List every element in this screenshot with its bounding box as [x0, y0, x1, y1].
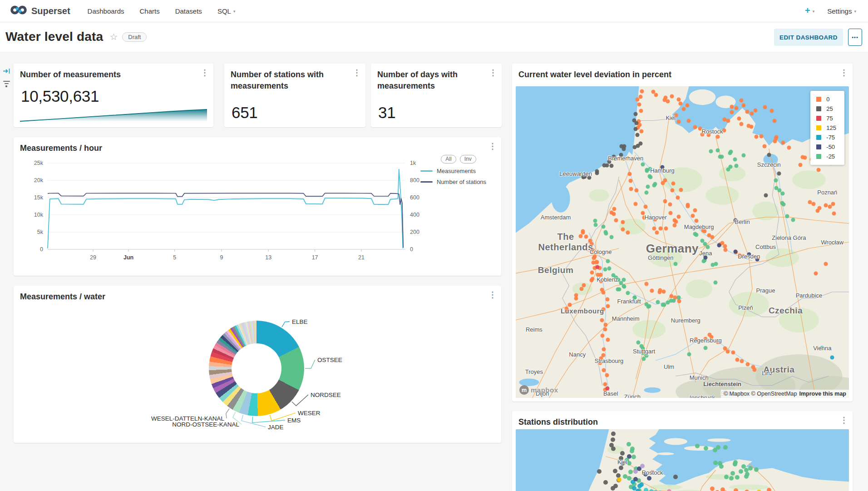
legend-entry[interactable]: Measurements	[420, 168, 497, 174]
station-dot	[626, 230, 630, 234]
legend-entry[interactable]: Number of stations	[420, 179, 497, 185]
station-dot	[673, 223, 677, 227]
station-dot	[639, 129, 643, 134]
donut-hole	[232, 343, 281, 393]
add-new-button[interactable]: +▾	[805, 7, 814, 15]
station-dot	[748, 466, 753, 471]
superset-logo[interactable]: Superset	[10, 5, 70, 18]
legend-item[interactable]: -75	[816, 134, 836, 141]
nav-sql-label: SQL	[217, 7, 231, 15]
station-dot	[645, 168, 649, 172]
donut-label: NORD-OSTSEE-KANAL	[172, 421, 239, 428]
station-dot	[633, 477, 638, 481]
station-dot	[718, 155, 722, 159]
station-dot	[781, 203, 785, 207]
kebab-menu-icon[interactable]: ⋮	[488, 67, 498, 79]
station-dot	[619, 466, 623, 470]
station-dot	[611, 486, 615, 491]
map-city-label: Stuttgart	[633, 348, 655, 355]
chart-title: Current water level deviation in percent	[518, 69, 671, 80]
nav-dashboards[interactable]: Dashboards	[88, 7, 124, 15]
legend-color-swatch	[816, 144, 821, 149]
mapbox-logo[interactable]: m mapbox	[519, 385, 558, 395]
map-city-label: Cologne	[590, 248, 612, 255]
legend-color-swatch	[816, 125, 821, 130]
station-dot	[603, 268, 607, 272]
station-dot	[628, 470, 633, 474]
station-dot	[602, 368, 606, 372]
legend-label: Number of stations	[437, 179, 486, 185]
station-dot	[690, 213, 695, 218]
map-city-label: Frankfurt	[617, 298, 641, 305]
station-dot	[787, 145, 791, 149]
station-dot	[750, 111, 754, 115]
favorite-star-icon[interactable]: ☆	[109, 31, 118, 42]
map-city-label: Rostock	[702, 128, 723, 135]
station-dot	[641, 163, 645, 167]
station-dot	[785, 214, 789, 218]
settings-menu[interactable]: Settings▾	[827, 7, 856, 15]
kebab-menu-icon[interactable]: ⋮	[488, 289, 498, 301]
stations-map[interactable]: KielRostock	[516, 429, 849, 491]
station-dot	[609, 235, 613, 239]
legend-item[interactable]: 125	[816, 124, 836, 131]
filter-icon[interactable]	[3, 81, 10, 89]
station-dot	[740, 359, 744, 363]
station-dot	[620, 451, 625, 456]
station-dot	[611, 446, 616, 451]
mapbox-logo-text: mapbox	[531, 386, 558, 394]
dashboard-more-button[interactable]: •••	[848, 29, 862, 46]
kebab-menu-icon[interactable]: ⋮	[839, 67, 849, 79]
station-dot	[602, 291, 606, 295]
legend-item[interactable]: -50	[816, 144, 836, 150]
legend-item[interactable]: 75	[816, 115, 836, 122]
expand-filter-bar-icon[interactable]	[3, 67, 10, 77]
kpi-card-measurements: Number of measurements ⋮ 10,530,631	[14, 64, 213, 127]
station-dot	[650, 289, 654, 293]
kebab-menu-icon[interactable]: ⋮	[839, 415, 849, 427]
station-dot	[803, 155, 807, 159]
legend-button-all[interactable]: All	[441, 155, 456, 164]
station-dot	[609, 164, 613, 168]
station-dot	[753, 368, 757, 372]
kebab-menu-icon[interactable]: ⋮	[352, 67, 362, 79]
station-dot	[774, 135, 779, 139]
map-city-label: Ulm	[664, 363, 674, 370]
station-dot	[726, 349, 730, 353]
station-dot	[686, 204, 690, 208]
edit-dashboard-button[interactable]: EDIT DASHBOARD	[774, 29, 843, 46]
legend-button-inv[interactable]: Inv	[460, 155, 476, 164]
svg-text:200: 200	[410, 229, 419, 235]
station-dot	[739, 469, 743, 474]
station-dot	[671, 188, 675, 193]
nav-sql[interactable]: SQL▾	[217, 7, 236, 15]
station-dot	[731, 350, 735, 354]
station-dot	[664, 227, 668, 231]
station-dot	[622, 278, 626, 282]
improve-map-link[interactable]: Improve this map	[799, 391, 847, 397]
kebab-menu-icon[interactable]: ⋮	[488, 141, 498, 153]
legend-item[interactable]: 0	[816, 96, 836, 103]
station-dot	[723, 445, 728, 450]
station-dot	[745, 472, 750, 476]
nav-charts[interactable]: Charts	[139, 7, 159, 15]
station-dot	[676, 196, 680, 200]
station-dot	[597, 469, 602, 474]
legend-item[interactable]: -25	[816, 153, 836, 160]
deviation-map[interactable]: m mapbox © Mapbox © OpenStreetMapImprove…	[516, 86, 849, 398]
kebab-menu-icon[interactable]: ⋮	[200, 67, 210, 79]
station-dot	[734, 249, 738, 253]
station-dot	[644, 282, 648, 286]
map-city-label: Plzeň	[738, 304, 753, 311]
station-dot	[629, 187, 633, 191]
nav-datasets[interactable]: Datasets	[175, 7, 202, 15]
station-dot	[693, 125, 697, 129]
page-title: Water level data	[5, 30, 103, 44]
station-dot	[600, 318, 604, 322]
map-city-label: Dresden	[738, 253, 760, 259]
map-city-label: Zürich	[624, 393, 641, 398]
station-dot	[774, 179, 778, 183]
map-city-label: Jena	[699, 250, 712, 257]
legend-item[interactable]: 25	[816, 105, 836, 112]
svg-text:29: 29	[90, 254, 96, 261]
